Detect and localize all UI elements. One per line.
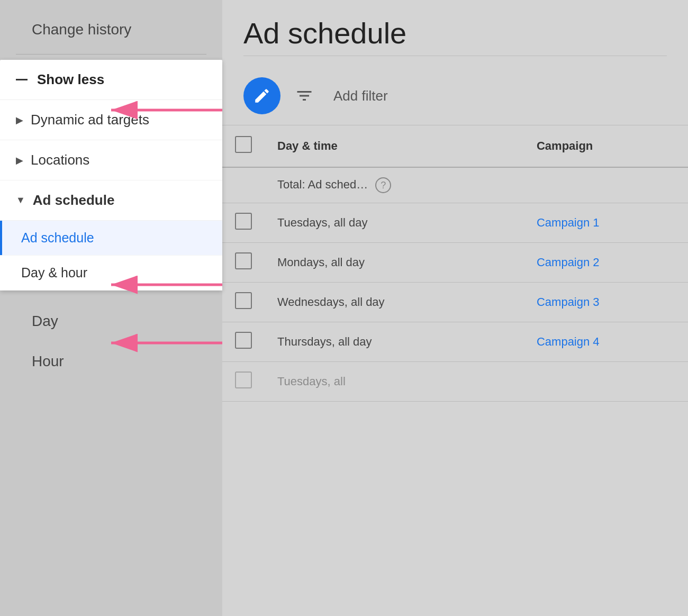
total-campaign-cell [524,167,688,203]
sidebar: Change history Show less Dynamic ad targ… [0,0,222,616]
row2-checkbox-cell[interactable] [222,243,265,283]
main-header: Ad schedule [222,0,688,67]
page-title: Ad schedule [243,16,667,50]
pencil-icon [253,87,271,105]
collapse-arrow-icon [16,114,23,126]
select-all-checkbox[interactable] [235,136,252,153]
row2-checkbox[interactable] [235,252,252,269]
sidebar-item-day[interactable]: Day [0,301,222,341]
row1-checkbox[interactable] [235,213,252,230]
sub-item-ad-schedule-label: Ad schedule [21,230,94,246]
table-header-day-time: Day & time [265,125,524,167]
show-less-label: Show less [37,71,104,88]
edit-filter-button[interactable] [243,77,280,114]
data-table: Day & time Campaign Total: Ad sched… ? [222,125,688,402]
filter-bar: Add filter [222,67,688,125]
total-label-cell: Total: Ad sched… ? [265,167,524,203]
dynamic-ad-targets-label: Dynamic ad targets [31,112,149,128]
table-row: Thursdays, all day Campaign 4 [222,322,688,362]
info-icon[interactable]: ? [375,177,391,193]
total-label: Total: Ad sched… [277,178,368,191]
sidebar-item-dynamic-ad-targets[interactable]: Dynamic ad targets [0,100,222,140]
row5-campaign [524,362,688,402]
table-row: Mondays, all day Campaign 2 [222,243,688,283]
table-row-total: Total: Ad sched… ? [222,167,688,203]
main-content: Ad schedule Add filter [222,0,688,616]
dash-icon [16,79,28,80]
title-divider [243,56,667,56]
row5-checkbox-cell[interactable] [222,362,265,402]
row3-checkbox[interactable] [235,292,252,309]
row1-campaign[interactable]: Campaign 1 [524,203,688,243]
hour-label: Hour [32,353,64,369]
sidebar-item-locations[interactable]: Locations [0,140,222,180]
sidebar-divider [16,54,206,55]
dropdown-panel: Show less Dynamic ad targets Locations A… [0,60,222,291]
row3-day-time: Wednesdays, all day [265,283,524,322]
filter-icon-button[interactable] [291,83,318,109]
locations-collapse-arrow-icon [16,155,23,166]
row3-campaign[interactable]: Campaign 3 [524,283,688,322]
row3-checkbox-cell[interactable] [222,283,265,322]
table-row: Tuesdays, all day Campaign 1 [222,203,688,243]
row5-checkbox[interactable] [235,372,252,388]
total-empty-cell [222,167,265,203]
table-header-row: Day & time Campaign [222,125,688,167]
sidebar-item-ad-schedule-parent[interactable]: Ad schedule [0,180,222,221]
row1-checkbox-cell[interactable] [222,203,265,243]
sub-item-ad-schedule[interactable]: Ad schedule [0,221,222,256]
table-row: Tuesdays, all [222,362,688,402]
ad-schedule-parent-label: Ad schedule [33,192,115,209]
row4-checkbox-cell[interactable] [222,322,265,362]
funnel-icon [295,86,314,105]
table-header-checkbox[interactable] [222,125,265,167]
row4-campaign[interactable]: Campaign 4 [524,322,688,362]
row4-day-time: Thursdays, all day [265,322,524,362]
row2-day-time: Mondays, all day [265,243,524,283]
ad-schedule-sub-items: Ad schedule Day & hour [0,221,222,291]
show-less-item[interactable]: Show less [0,60,222,100]
sub-item-day-hour[interactable]: Day & hour [0,256,222,291]
ad-schedule-expand-arrow-icon [16,195,25,206]
sidebar-item-hour[interactable]: Hour [0,341,222,382]
table-row: Wednesdays, all day Campaign 3 [222,283,688,322]
table-header-campaign: Campaign [524,125,688,167]
locations-label: Locations [31,152,89,168]
sidebar-bottom: Day Hour [0,291,222,382]
day-label: Day [32,313,58,329]
sub-item-day-hour-label: Day & hour [21,265,87,280]
change-history-label: Change history [0,11,222,54]
table-container: Day & time Campaign Total: Ad sched… ? [222,125,688,402]
row5-day-time: Tuesdays, all [265,362,524,402]
page-wrapper: Change history Show less Dynamic ad targ… [0,0,688,616]
add-filter-button[interactable]: Add filter [333,88,388,104]
row4-checkbox[interactable] [235,332,252,349]
row2-campaign[interactable]: Campaign 2 [524,243,688,283]
row1-day-time: Tuesdays, all day [265,203,524,243]
